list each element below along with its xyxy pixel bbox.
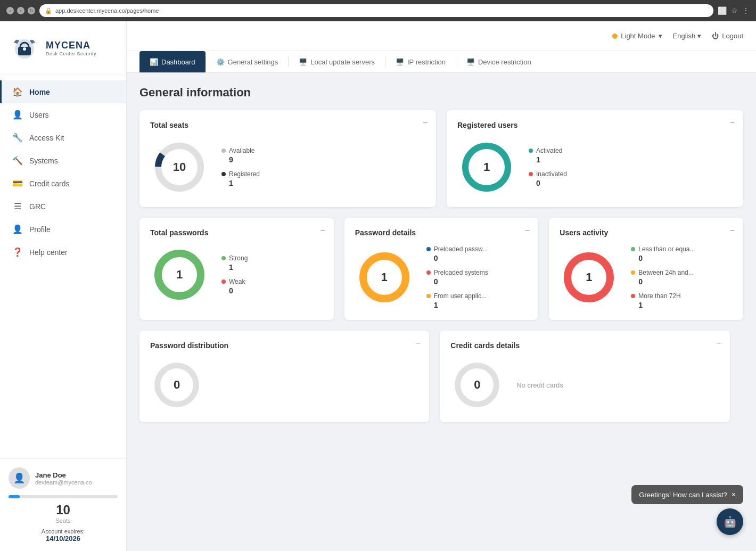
credit-cards-icon: 💳 bbox=[12, 178, 23, 188]
preloaded-passw-value: 0 bbox=[434, 254, 488, 262]
sidebar-item-label-credit-cards: Credit cards bbox=[29, 179, 69, 188]
legend-more-72h: More than 72H 1 bbox=[631, 292, 695, 309]
sidebar-item-home[interactable]: 🏠 Home bbox=[0, 80, 126, 103]
user-details: Jane Doe devteam@mycena.co bbox=[35, 471, 92, 486]
preloaded-systems-label: Preloaded systems bbox=[434, 269, 488, 276]
sidebar-item-label-systems: Systems bbox=[29, 157, 58, 165]
account-expires-date: 14/10/2026 bbox=[9, 534, 118, 542]
preloaded-systems-dot bbox=[426, 270, 431, 275]
seats-bar-fill bbox=[9, 495, 20, 498]
tab-ip-restriction[interactable]: 🖥️ IP restriction bbox=[385, 51, 456, 72]
logo-image bbox=[9, 32, 40, 64]
registered-users-minimize[interactable]: − bbox=[730, 119, 735, 127]
password-distribution-minimize[interactable]: − bbox=[416, 339, 421, 348]
total-passwords-card: Total passwords − 1 bbox=[139, 218, 334, 320]
users-activity-card: Users activity − 1 bbox=[549, 218, 743, 320]
no-credit-cards-label: No credit cards bbox=[516, 381, 563, 389]
password-details-title: Password details bbox=[355, 228, 528, 237]
logo-name: MYCENA bbox=[46, 40, 96, 51]
chat-tooltip-text: Greetings! How can I assist? bbox=[639, 491, 727, 499]
sidebar-item-profile[interactable]: 👤 Profile bbox=[0, 218, 126, 241]
password-distribution-card: Password distribution − 0 bbox=[139, 331, 429, 422]
browser-nav-controls[interactable]: ‹ › ↻ bbox=[6, 7, 35, 14]
less-equal-dot bbox=[631, 247, 635, 251]
from-user-label: From user applic... bbox=[434, 292, 487, 300]
sidebar-item-access-kit[interactable]: 🔧 Access Kit bbox=[0, 126, 126, 149]
sidebar-item-systems[interactable]: 🔨 Systems bbox=[0, 149, 126, 172]
sidebar-item-help-center[interactable]: ❓ Help center bbox=[0, 241, 126, 264]
tab-dashboard[interactable]: 📊 Dashboard bbox=[139, 51, 206, 72]
sidebar-item-label-home: Home bbox=[29, 88, 50, 96]
legend-activated: Activated 1 bbox=[529, 147, 567, 164]
logo-sub: Desk Center Security bbox=[46, 51, 96, 56]
password-details-minimize[interactable]: − bbox=[525, 226, 530, 235]
activated-label: Activated bbox=[536, 147, 562, 154]
total-passwords-legend: Strong 1 Weak 0 bbox=[221, 254, 248, 295]
language-selector[interactable]: English ▾ bbox=[673, 32, 702, 40]
strong-dot bbox=[221, 256, 226, 260]
password-details-chart-row: 1 Preloaded passw... 0 bbox=[355, 245, 528, 309]
chat-close-button[interactable]: × bbox=[732, 490, 736, 499]
tab-label-dashboard: Dashboard bbox=[161, 58, 195, 66]
seats-label: Seats bbox=[9, 517, 118, 524]
seats-count: 10 bbox=[9, 503, 118, 517]
light-mode-toggle[interactable]: Light Mode ▾ bbox=[612, 32, 662, 40]
registered-value: 1 bbox=[229, 179, 260, 187]
legend-registered: Registered 1 bbox=[221, 170, 260, 187]
total-seats-minimize[interactable]: − bbox=[423, 119, 428, 127]
url-bar[interactable]: 🔒 app.deskcenter.mycena.co/pages/home bbox=[39, 4, 713, 17]
refresh-button[interactable]: ↻ bbox=[28, 7, 35, 14]
password-details-card: Password details − 1 bbox=[344, 218, 539, 320]
tab-local-update[interactable]: 🖥️ Local update servers bbox=[289, 51, 385, 72]
total-passwords-value: 1 bbox=[176, 268, 183, 282]
strong-value: 1 bbox=[229, 263, 248, 272]
weak-value: 0 bbox=[229, 286, 248, 295]
cards-row-3: Password distribution − 0 Credit cards d… bbox=[139, 331, 743, 422]
logout-icon: ⏻ bbox=[712, 32, 719, 40]
tab-icon-general-settings: ⚙️ bbox=[216, 58, 225, 66]
total-passwords-minimize[interactable]: − bbox=[320, 226, 325, 235]
credit-cards-legend: No credit cards bbox=[516, 381, 563, 389]
cards-row-1: Total seats − 10 bbox=[139, 110, 743, 207]
legend-inactivated: Inactivated 0 bbox=[529, 170, 567, 187]
sidebar-item-label-users: Users bbox=[29, 111, 49, 119]
bookmark-icon[interactable]: ☆ bbox=[731, 6, 738, 15]
users-activity-legend: Less than or equa... 0 Between 24h and..… bbox=[631, 245, 695, 309]
nav-menu: 🏠 Home👤 Users🔧 Access Kit🔨 Systems💳 Cred… bbox=[0, 75, 126, 458]
activated-value: 1 bbox=[536, 155, 567, 164]
legend-preloaded-passw: Preloaded passw... 0 bbox=[426, 245, 488, 262]
total-seats-legend: Available 9 Registered 1 bbox=[221, 147, 260, 187]
logout-button[interactable]: ⏻ Logout bbox=[712, 32, 743, 40]
registered-label: Registered bbox=[229, 170, 260, 178]
users-activity-minimize[interactable]: − bbox=[730, 226, 735, 235]
password-details-value: 1 bbox=[381, 270, 388, 284]
total-seats-title: Total seats bbox=[150, 121, 425, 129]
sidebar-item-label-access-kit: Access Kit bbox=[29, 134, 64, 142]
total-seats-value: 10 bbox=[173, 160, 186, 174]
available-label: Available bbox=[229, 147, 254, 154]
light-mode-dot bbox=[612, 34, 618, 39]
weak-label: Weak bbox=[229, 278, 245, 285]
tab-icon-ip-restriction: 🖥️ bbox=[396, 58, 404, 66]
top-bar: Light Mode ▾ English ▾ ⏻ Logout bbox=[127, 21, 756, 51]
browser-action-buttons: ⬜ ☆ ⋮ bbox=[718, 6, 750, 15]
language-label: English bbox=[673, 32, 696, 40]
users-activity-title: Users activity bbox=[560, 228, 733, 237]
total-passwords-donut: 1 bbox=[150, 245, 209, 304]
chat-open-button[interactable]: 🤖 bbox=[717, 508, 743, 535]
sidebar-item-credit-cards[interactable]: 💳 Credit cards bbox=[0, 172, 126, 195]
extensions-icon[interactable]: ⬜ bbox=[718, 6, 727, 15]
sidebar-item-users[interactable]: 👤 Users bbox=[0, 103, 126, 126]
tab-general-settings[interactable]: ⚙️ General settings bbox=[206, 51, 289, 72]
account-expires: Account expires: 14/10/2026 bbox=[9, 528, 118, 542]
browser-chrome: ‹ › ↻ 🔒 app.deskcenter.mycena.co/pages/h… bbox=[0, 0, 756, 21]
credit-cards-details-minimize[interactable]: − bbox=[716, 339, 721, 348]
sidebar-item-grc[interactable]: ☰ GRC bbox=[0, 195, 126, 218]
back-button[interactable]: ‹ bbox=[6, 7, 14, 14]
forward-button[interactable]: › bbox=[17, 7, 24, 14]
from-user-value: 1 bbox=[434, 301, 488, 309]
profile-icon: 👤 bbox=[12, 224, 23, 234]
tab-device-restriction[interactable]: 🖥️ Device restriction bbox=[456, 51, 541, 72]
sidebar-logo: MYCENA Desk Center Security bbox=[0, 21, 126, 75]
menu-icon[interactable]: ⋮ bbox=[742, 6, 750, 15]
